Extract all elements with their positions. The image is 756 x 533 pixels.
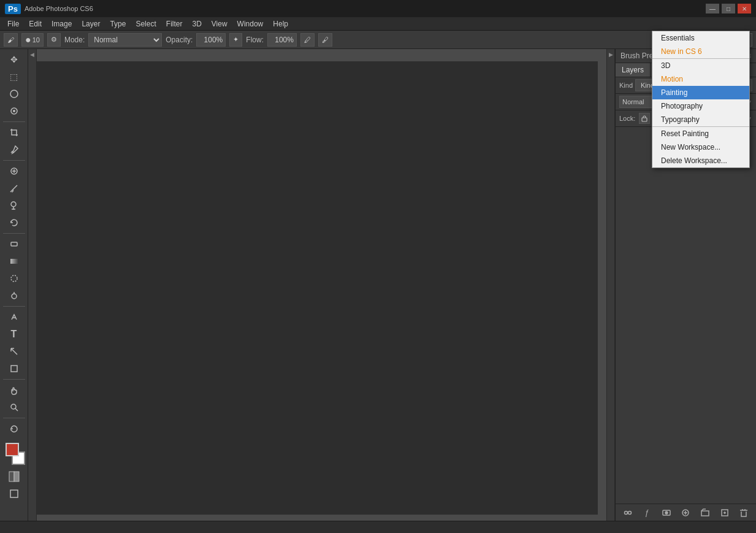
close-button[interactable]: ✕ — [738, 4, 751, 13]
window-controls[interactable]: — □ ✕ — [706, 4, 751, 13]
eraser-tool[interactable] — [3, 236, 25, 252]
eyedropper-tool[interactable] — [3, 142, 25, 158]
svg-rect-16 — [642, 118, 647, 121]
gradient-tool[interactable] — [3, 253, 25, 269]
svg-point-9 — [12, 294, 17, 299]
svg-point-5 — [11, 202, 16, 207]
flow-input[interactable] — [267, 33, 297, 47]
lock-transparent-btn[interactable] — [639, 113, 650, 124]
canvas-document — [37, 61, 598, 515]
svg-point-0 — [10, 90, 18, 98]
tool-separator-6 — [3, 418, 25, 418]
brush-size-value: 10 — [32, 36, 40, 44]
svg-rect-6 — [11, 242, 17, 246]
foreground-color-swatch[interactable] — [6, 443, 19, 456]
workspace-item-new-cs6[interactable]: New in CS 6 — [652, 45, 749, 58]
add-layer-mask-btn[interactable] — [660, 507, 673, 519]
svg-line-12 — [15, 408, 18, 411]
healing-brush-tool[interactable] — [3, 163, 25, 179]
ps-logo: Ps — [5, 4, 21, 14]
title-left: Ps Adobe Photoshop CS6 — [5, 4, 93, 14]
workspace-item-photography[interactable]: Photography — [652, 99, 749, 113]
airbrush-toggle[interactable]: ✦ — [229, 33, 242, 47]
workspace-item-3d[interactable]: 3D — [652, 59, 749, 72]
stylus-pressure-btn[interactable]: 🖊 — [300, 33, 315, 47]
brush-size-btn[interactable]: ● 10 — [21, 33, 44, 47]
tablet-btn[interactable]: 🖋 — [318, 33, 332, 47]
maximize-button[interactable]: □ — [722, 4, 735, 13]
status-bar — [0, 521, 756, 533]
tool-separator-5 — [3, 379, 25, 380]
menu-file[interactable]: File — [2, 18, 24, 29]
zoom-tool[interactable] — [3, 399, 25, 415]
svg-rect-7 — [10, 259, 18, 264]
left-collapse-handle[interactable]: ◀ — [28, 49, 37, 521]
menu-edit[interactable]: Edit — [24, 18, 47, 29]
marquee-tool[interactable]: ⬚ — [3, 69, 25, 85]
screen-mode[interactable] — [3, 486, 25, 502]
add-layer-style-btn[interactable]: ƒ — [640, 507, 654, 519]
minimize-button[interactable]: — — [706, 4, 719, 13]
workspace-delete-btn[interactable]: Delete Workspace... — [652, 154, 749, 167]
new-group-btn[interactable] — [698, 507, 712, 519]
layers-bottom-bar: ƒ — [616, 504, 756, 521]
svg-rect-14 — [14, 472, 19, 481]
canvas-area: ◀ — [28, 49, 606, 521]
pen-tool[interactable] — [3, 309, 25, 325]
text-tool[interactable]: T — [3, 326, 25, 342]
new-layer-btn[interactable] — [718, 507, 731, 519]
left-toolbar: ✥ ⬚ — [0, 49, 28, 521]
main-area: ✥ ⬚ — [0, 49, 756, 521]
menu-image[interactable]: Image — [47, 18, 77, 29]
workspace-reset-btn[interactable]: Reset Painting — [652, 127, 749, 140]
airbrush-icon: ✦ — [233, 36, 239, 44]
hand-tool[interactable] — [3, 382, 25, 398]
crop-tool[interactable] — [3, 125, 25, 140]
brush-settings-icon: ⚙ — [51, 36, 57, 44]
color-swatches — [3, 443, 25, 465]
delete-layer-btn[interactable] — [737, 507, 750, 519]
new-fill-layer-btn[interactable] — [679, 507, 692, 519]
path-selection-tool[interactable] — [3, 343, 25, 359]
menu-filter[interactable]: Filter — [161, 18, 188, 29]
menu-view[interactable]: View — [207, 18, 232, 29]
menu-type[interactable]: Type — [105, 18, 131, 29]
quick-mask-mode[interactable] — [3, 469, 25, 485]
svg-rect-13 — [9, 472, 14, 481]
menu-select[interactable]: Select — [131, 18, 161, 29]
shape-tool[interactable] — [3, 361, 25, 377]
menu-3d[interactable]: 3D — [187, 18, 206, 29]
move-tool[interactable]: ✥ — [3, 52, 25, 67]
tool-separator-2 — [3, 160, 25, 161]
brush-tool[interactable] — [3, 180, 25, 196]
workspace-item-motion[interactable]: Motion — [652, 72, 749, 86]
menu-window[interactable]: Window — [232, 18, 269, 29]
tab-layers[interactable]: Layers — [616, 63, 651, 77]
lasso-tool[interactable] — [3, 86, 25, 102]
dodge-tool[interactable] — [3, 288, 25, 304]
workspace-item-typography[interactable]: Typography — [652, 113, 749, 126]
clone-stamp-tool[interactable] — [3, 197, 25, 213]
tool-separator-3 — [3, 233, 25, 234]
svg-rect-15 — [10, 490, 18, 497]
workspace-new-btn[interactable]: New Workspace... — [652, 140, 749, 154]
blur-tool[interactable] — [3, 270, 25, 286]
link-layers-btn[interactable] — [621, 507, 635, 519]
kind-label: Kind — [619, 82, 633, 89]
brush-settings-btn[interactable]: ⚙ — [47, 33, 61, 47]
history-brush-tool[interactable] — [3, 215, 25, 231]
rotate-view-tool[interactable] — [3, 421, 25, 437]
svg-point-18 — [628, 511, 631, 514]
workspace-item-essentials[interactable]: Essentials — [652, 31, 749, 45]
quick-select-tool[interactable] — [3, 103, 25, 119]
svg-point-17 — [624, 511, 627, 514]
right-collapse-handle[interactable]: ▶ — [606, 49, 615, 521]
lock-label: Lock: — [619, 115, 635, 122]
workspace-item-painting[interactable]: Painting — [652, 86, 749, 99]
menu-help[interactable]: Help — [268, 18, 293, 29]
menu-layer[interactable]: Layer — [77, 18, 105, 29]
mode-label: Mode: — [64, 36, 85, 44]
opacity-input[interactable] — [196, 33, 226, 47]
blend-mode-select[interactable]: Normal — [88, 33, 162, 47]
tool-preset-picker[interactable]: 🖌 — [4, 33, 18, 47]
